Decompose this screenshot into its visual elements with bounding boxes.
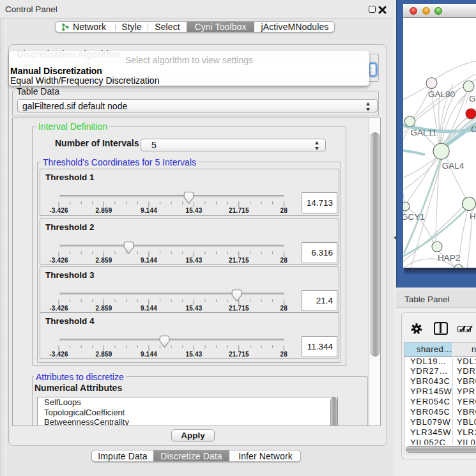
- svg-text:HAP2: HAP2: [438, 253, 460, 263]
- svg-text:GAL80: GAL80: [428, 89, 455, 99]
- svg-text:C: C: [471, 125, 476, 134]
- svg-text:GAL11: GAL11: [411, 128, 437, 137]
- svg-text:H: H: [470, 211, 476, 221]
- svg-text:GAL4: GAL4: [442, 161, 464, 171]
- svg-text:GCY1: GCY1: [403, 212, 425, 222]
- svg-text:G.: G.: [469, 94, 476, 104]
